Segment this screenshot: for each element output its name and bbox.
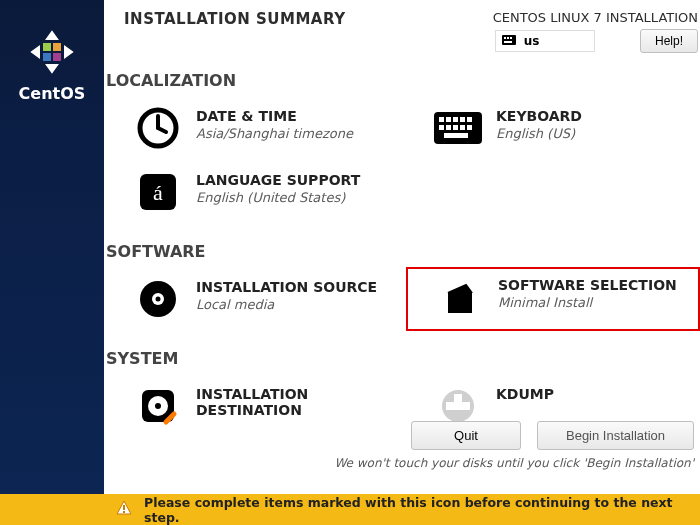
help-button[interactable]: Help! <box>640 29 698 53</box>
action-buttons: Quit Begin Installation <box>411 421 694 450</box>
svg-point-31 <box>155 403 161 409</box>
svg-rect-3 <box>53 53 61 61</box>
item-installation-source[interactable]: INSTALLATION SOURCE Local media <box>106 267 406 331</box>
warning-bar: Please complete items marked with this i… <box>0 494 700 525</box>
item-title: INSTALLATION SOURCE <box>196 279 377 295</box>
warning-triangle-icon <box>116 500 132 519</box>
svg-rect-5 <box>504 37 506 39</box>
harddrive-warning-icon <box>134 382 182 430</box>
svg-rect-13 <box>439 117 444 122</box>
keyboard-layout-selector[interactable]: us <box>495 30 595 52</box>
section-system-title: SYSTEM <box>106 349 700 368</box>
section-software-title: SOFTWARE <box>106 242 700 261</box>
section-localization-title: LOCALIZATION <box>106 71 700 90</box>
keyboard-icon <box>434 104 482 152</box>
svg-rect-6 <box>507 37 509 39</box>
keyboard-layout-label: us <box>524 34 540 48</box>
keyboard-mini-icon <box>502 34 520 48</box>
item-subtitle: Minimal Install <box>498 295 677 310</box>
svg-rect-35 <box>123 505 125 510</box>
svg-rect-1 <box>53 43 61 51</box>
svg-rect-17 <box>467 117 472 122</box>
svg-rect-36 <box>123 511 125 513</box>
item-subtitle: Local media <box>196 297 377 312</box>
quit-button[interactable]: Quit <box>411 421 521 450</box>
disk-hint: We won't touch your disks until you clic… <box>334 456 694 470</box>
item-title: SOFTWARE SELECTION <box>498 277 677 293</box>
warning-text: Please complete items marked with this i… <box>144 495 700 525</box>
svg-rect-16 <box>460 117 465 122</box>
svg-rect-19 <box>446 125 451 130</box>
item-keyboard[interactable]: KEYBOARD English (US) <box>406 96 700 160</box>
clock-icon <box>134 104 182 152</box>
header: INSTALLATION SUMMARY CENTOS LINUX 7 INST… <box>104 0 700 53</box>
svg-rect-15 <box>453 117 458 122</box>
svg-text:á: á <box>153 180 163 205</box>
svg-line-11 <box>158 128 166 132</box>
svg-rect-20 <box>453 125 458 130</box>
centos-logo-icon <box>0 28 104 80</box>
svg-rect-7 <box>510 37 512 39</box>
package-icon <box>436 273 484 321</box>
item-title: INSTALLATION DESTINATION <box>196 386 406 418</box>
main-panel: INSTALLATION SUMMARY CENTOS LINUX 7 INST… <box>104 0 700 494</box>
svg-rect-14 <box>446 117 451 122</box>
item-title: DATE & TIME <box>196 108 353 124</box>
svg-rect-23 <box>444 133 468 138</box>
disc-icon <box>134 275 182 323</box>
svg-rect-8 <box>504 41 512 43</box>
svg-rect-18 <box>439 125 444 130</box>
brand-text: CentOS <box>0 84 104 103</box>
item-title: KEYBOARD <box>496 108 582 124</box>
svg-rect-21 <box>460 125 465 130</box>
begin-installation-button[interactable]: Begin Installation <box>537 421 694 450</box>
item-title: KDUMP <box>496 386 554 402</box>
item-subtitle: English (US) <box>496 126 582 141</box>
svg-rect-34 <box>446 402 470 410</box>
header-subtitle: CENTOS LINUX 7 INSTALLATION <box>493 10 698 25</box>
item-software-selection[interactable]: SOFTWARE SELECTION Minimal Install <box>406 267 700 331</box>
item-subtitle: Asia/Shanghai timezone <box>196 126 353 141</box>
svg-point-28 <box>156 297 161 302</box>
language-icon: á <box>134 168 182 216</box>
sidebar: CentOS <box>0 0 104 494</box>
svg-rect-0 <box>43 43 51 51</box>
item-installation-destination[interactable]: INSTALLATION DESTINATION <box>106 374 406 438</box>
item-title: LANGUAGE SUPPORT <box>196 172 360 188</box>
item-subtitle: English (United States) <box>196 190 360 205</box>
svg-rect-2 <box>43 53 51 61</box>
item-language-support[interactable]: á LANGUAGE SUPPORT English (United State… <box>106 160 406 224</box>
svg-rect-22 <box>467 125 472 130</box>
svg-rect-4 <box>502 35 516 45</box>
page-title: INSTALLATION SUMMARY <box>124 10 346 53</box>
item-date-time[interactable]: DATE & TIME Asia/Shanghai timezone <box>106 96 406 160</box>
